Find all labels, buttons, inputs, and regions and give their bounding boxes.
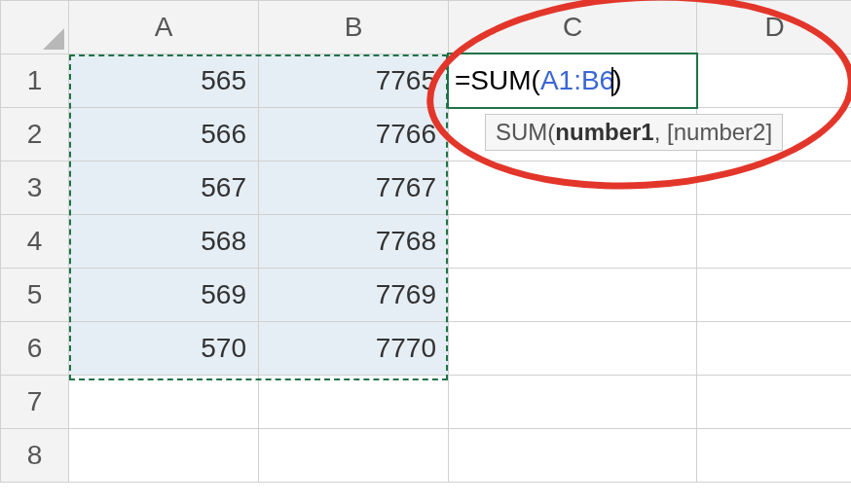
cell-D7[interactable]	[697, 376, 852, 429]
cell-B4[interactable]: 7768	[259, 215, 449, 269]
row-header-7[interactable]: 7	[1, 376, 69, 429]
cell-D6[interactable]	[697, 322, 852, 376]
cell-C6[interactable]	[449, 322, 697, 376]
row-header-6[interactable]: 6	[1, 322, 69, 376]
cell-D3[interactable]	[697, 162, 852, 215]
col-header-A[interactable]: A	[69, 1, 259, 54]
svg-marker-0	[43, 28, 64, 50]
col-header-D[interactable]: D	[697, 1, 852, 54]
row-header-1[interactable]: 1	[1, 54, 69, 108]
row-header-2[interactable]: 2	[1, 108, 69, 162]
tooltip-fn-name: SUM	[496, 119, 547, 145]
cell-B3[interactable]: 7767	[259, 162, 449, 215]
cell-B6[interactable]: 7770	[259, 322, 449, 376]
cell-D5[interactable]	[697, 269, 852, 322]
cell-A2[interactable]: 566	[69, 108, 259, 162]
cell-C5[interactable]	[449, 269, 697, 322]
cell-A4[interactable]: 568	[69, 215, 259, 269]
cell-B8[interactable]	[259, 429, 449, 483]
row-header-4[interactable]: 4	[1, 215, 69, 269]
cell-C1[interactable]: =SUM(A1:B6)	[449, 54, 697, 108]
cell-B2[interactable]: 7766	[259, 108, 449, 162]
row-header-5[interactable]: 5	[1, 269, 69, 322]
row-header-3[interactable]: 3	[1, 162, 69, 215]
formula-ref: A1:B6	[540, 65, 614, 95]
row-header-8[interactable]: 8	[1, 429, 69, 483]
cell-B7[interactable]	[259, 376, 449, 429]
cell-A5[interactable]: 569	[69, 269, 259, 322]
cell-A8[interactable]	[69, 429, 259, 483]
function-tooltip[interactable]: SUM(number1, [number2]	[485, 114, 783, 151]
select-all-corner[interactable]	[1, 1, 69, 54]
cell-A7[interactable]	[69, 376, 259, 429]
cell-D8[interactable]	[697, 429, 852, 483]
cell-C3[interactable]	[449, 162, 697, 215]
tooltip-rest: , [number2]	[654, 119, 772, 145]
cell-C4[interactable]	[449, 215, 697, 269]
cell-C8[interactable]	[449, 429, 697, 483]
formula-suffix: )	[612, 65, 621, 95]
tooltip-arg1: number1	[555, 119, 653, 145]
cell-C7[interactable]	[449, 376, 697, 429]
formula-prefix: =SUM(	[455, 65, 540, 95]
cell-B1[interactable]: 7765	[259, 54, 449, 108]
spreadsheet-grid[interactable]: A B C D 1 565 7765 =SUM(A1:B6) 2 566 776…	[0, 0, 851, 483]
cell-A3[interactable]: 567	[69, 162, 259, 215]
col-header-B[interactable]: B	[259, 1, 449, 54]
cell-A6[interactable]: 570	[69, 322, 259, 376]
cell-A1[interactable]: 565	[69, 54, 259, 108]
col-header-C[interactable]: C	[449, 1, 697, 54]
cell-D4[interactable]	[697, 215, 852, 269]
cell-D1[interactable]	[697, 54, 852, 108]
cell-B5[interactable]: 7769	[259, 269, 449, 322]
select-all-icon	[43, 28, 64, 50]
